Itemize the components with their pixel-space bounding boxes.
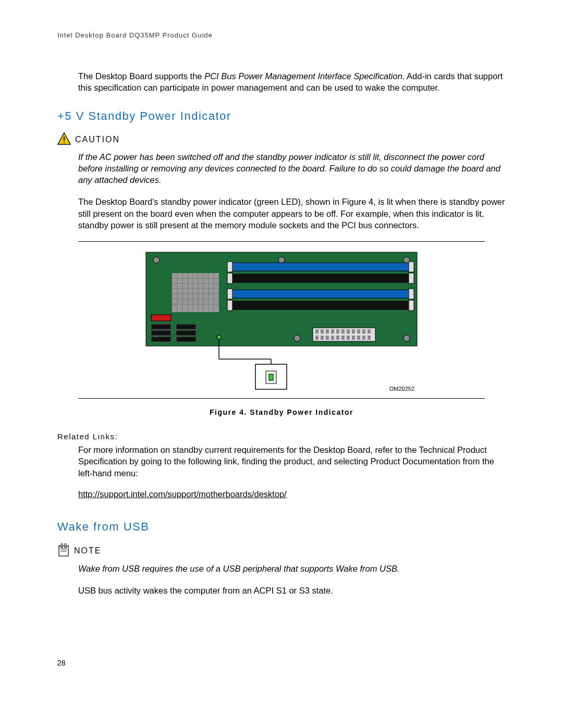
- related-links-text: For more information on standby current …: [78, 444, 506, 479]
- related-links-label: Related Links:: [57, 432, 506, 441]
- svg-rect-39: [151, 330, 171, 336]
- svg-rect-33: [409, 289, 414, 299]
- svg-rect-56: [315, 336, 319, 340]
- svg-rect-55: [368, 329, 371, 334]
- standby-power-heading: +5 V Standby Power Indicator: [57, 109, 506, 123]
- svg-rect-51: [347, 329, 350, 334]
- caution-label: CAUTION: [75, 135, 120, 144]
- figure-container: OM20252: [78, 241, 485, 399]
- svg-rect-52: [352, 329, 355, 334]
- svg-rect-65: [362, 336, 365, 340]
- svg-rect-2: [64, 142, 65, 143]
- svg-rect-60: [336, 336, 339, 340]
- note-label: NOTE: [74, 546, 101, 556]
- note-heading: NOTE NOTE: [57, 543, 506, 559]
- page-header: Intel Desktop Board DQ35MP Product Guide: [57, 31, 506, 39]
- svg-rect-27: [409, 262, 414, 272]
- svg-rect-46: [321, 329, 324, 334]
- svg-rect-35: [227, 300, 232, 311]
- svg-rect-50: [341, 329, 345, 334]
- motherboard-figure: OM20252: [136, 247, 427, 393]
- figure-caption: Figure 4. Standby Power Indicator: [57, 408, 506, 416]
- svg-point-4: [153, 257, 160, 263]
- svg-rect-32: [227, 289, 232, 299]
- svg-point-5: [278, 257, 285, 263]
- standby-body: The Desktop Board's standby power indica…: [78, 196, 506, 231]
- note-text: Wake from USB requires the use of a USB …: [78, 563, 506, 574]
- svg-rect-64: [357, 336, 360, 340]
- svg-rect-40: [151, 337, 171, 342]
- svg-rect-30: [409, 273, 414, 283]
- svg-rect-43: [176, 337, 196, 342]
- svg-rect-53: [357, 329, 360, 334]
- svg-rect-36: [409, 300, 414, 311]
- document-page: Intel Desktop Board DQ35MP Product Guide…: [0, 0, 563, 698]
- svg-rect-74: [269, 374, 273, 380]
- svg-rect-38: [151, 324, 171, 329]
- svg-rect-61: [341, 336, 345, 340]
- page-number: 28: [57, 659, 506, 667]
- intro-italic: PCI Bus Power Management Interface Speci…: [204, 71, 402, 81]
- svg-rect-1: [64, 137, 65, 141]
- svg-rect-31: [232, 290, 409, 298]
- wake-usb-body: USB bus activity wakes the computer from…: [78, 585, 506, 596]
- svg-rect-29: [227, 273, 232, 283]
- svg-rect-49: [336, 329, 339, 334]
- svg-rect-57: [321, 336, 324, 340]
- caution-icon: [57, 132, 71, 147]
- svg-rect-42: [176, 330, 196, 336]
- wake-usb-heading: Wake from USB: [57, 520, 506, 534]
- svg-rect-34: [232, 301, 409, 310]
- intro-paragraph: The Desktop Board supports the PCI Bus P…: [78, 70, 506, 94]
- svg-rect-25: [232, 263, 409, 271]
- intro-part1: The Desktop Board supports the: [78, 71, 204, 81]
- caution-heading: CAUTION: [57, 132, 506, 147]
- svg-text:NOTE: NOTE: [58, 546, 68, 548]
- caution-text: If the AC power has been switched off an…: [78, 151, 506, 186]
- svg-rect-66: [368, 336, 371, 340]
- svg-rect-47: [326, 329, 329, 334]
- svg-rect-37: [151, 315, 171, 321]
- svg-rect-62: [347, 336, 350, 340]
- svg-rect-41: [176, 324, 196, 329]
- svg-rect-54: [362, 329, 365, 334]
- svg-rect-58: [326, 336, 329, 340]
- svg-rect-26: [227, 262, 232, 272]
- svg-point-9: [294, 335, 300, 341]
- note-icon: NOTE: [57, 543, 70, 559]
- svg-rect-45: [315, 329, 319, 334]
- svg-rect-28: [232, 274, 409, 282]
- figure-id: OM20252: [389, 386, 414, 392]
- support-link[interactable]: http://support.intel.com/support/motherb…: [78, 489, 287, 499]
- svg-rect-48: [331, 329, 334, 334]
- svg-point-8: [403, 335, 410, 341]
- svg-rect-59: [331, 336, 334, 340]
- svg-rect-10: [172, 273, 219, 312]
- svg-rect-63: [352, 336, 355, 340]
